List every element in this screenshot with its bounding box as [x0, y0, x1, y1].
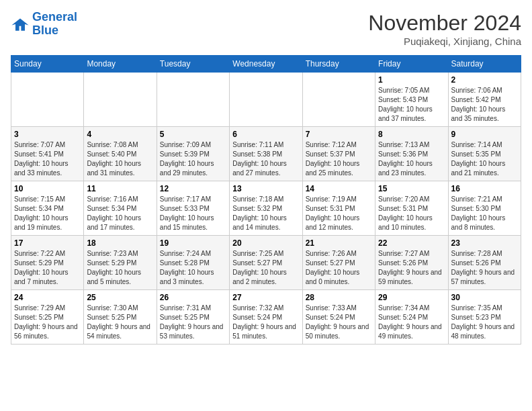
day-cell: 11Sunrise: 7:16 AMSunset: 5:34 PMDayligh…: [84, 181, 157, 236]
day-cell: 27Sunrise: 7:32 AMSunset: 5:24 PMDayligh…: [230, 290, 302, 345]
day-number: 7: [306, 130, 372, 139]
day-cell: 28Sunrise: 7:33 AMSunset: 5:24 PMDayligh…: [302, 290, 375, 345]
day-number: 15: [378, 184, 445, 193]
day-info: Sunrise: 7:24 AMSunset: 5:28 PMDaylight:…: [160, 249, 226, 287]
day-cell: 14Sunrise: 7:19 AMSunset: 5:31 PMDayligh…: [302, 181, 375, 236]
day-cell: 13Sunrise: 7:18 AMSunset: 5:32 PMDayligh…: [230, 181, 302, 236]
day-number: 22: [378, 238, 445, 248]
logo: General Blue: [11, 11, 77, 38]
day-number: 9: [451, 130, 518, 139]
day-info: Sunrise: 7:23 AMSunset: 5:29 PMDaylight:…: [87, 249, 153, 287]
day-info: Sunrise: 7:06 AMSunset: 5:42 PMDaylight:…: [451, 86, 518, 124]
day-cell: [230, 73, 302, 127]
day-cell: [302, 73, 375, 127]
day-number: 25: [87, 293, 153, 302]
week-row-1: 1Sunrise: 7:05 AMSunset: 5:43 PMDaylight…: [11, 73, 521, 127]
day-number: 2: [451, 75, 518, 85]
day-number: 10: [14, 184, 81, 193]
day-info: Sunrise: 7:18 AMSunset: 5:32 PMDaylight:…: [232, 195, 299, 232]
logo-text-line1: General: [32, 11, 77, 24]
header-cell-thursday: Thursday: [302, 56, 375, 73]
day-number: 5: [160, 130, 226, 139]
day-info: Sunrise: 7:35 AMSunset: 5:23 PMDaylight:…: [451, 304, 518, 341]
day-info: Sunrise: 7:08 AMSunset: 5:40 PMDaylight:…: [87, 140, 153, 178]
day-info: Sunrise: 7:13 AMSunset: 5:36 PMDaylight:…: [378, 140, 445, 178]
day-info: Sunrise: 7:12 AMSunset: 5:37 PMDaylight:…: [306, 140, 372, 178]
week-row-4: 17Sunrise: 7:22 AMSunset: 5:29 PMDayligh…: [11, 236, 521, 290]
month-title: November 2024: [368, 11, 521, 36]
logo-text-line2: Blue: [32, 24, 77, 38]
day-cell: 26Sunrise: 7:31 AMSunset: 5:25 PMDayligh…: [157, 290, 229, 345]
day-info: Sunrise: 7:33 AMSunset: 5:24 PMDaylight:…: [306, 304, 372, 341]
day-number: 23: [451, 238, 518, 248]
day-cell: 22Sunrise: 7:27 AMSunset: 5:26 PMDayligh…: [375, 236, 448, 290]
day-number: 21: [306, 238, 372, 248]
day-cell: 20Sunrise: 7:25 AMSunset: 5:27 PMDayligh…: [230, 236, 302, 290]
day-number: 11: [87, 184, 153, 193]
day-info: Sunrise: 7:32 AMSunset: 5:24 PMDaylight:…: [232, 304, 299, 341]
title-block: November 2024 Puqiakeqi, Xinjiang, China: [368, 11, 521, 47]
day-info: Sunrise: 7:28 AMSunset: 5:26 PMDaylight:…: [451, 249, 518, 287]
day-info: Sunrise: 7:26 AMSunset: 5:27 PMDaylight:…: [306, 249, 372, 287]
day-number: 26: [160, 293, 226, 302]
day-number: 29: [378, 293, 445, 302]
day-number: 1: [378, 75, 445, 85]
day-cell: 8Sunrise: 7:13 AMSunset: 5:36 PMDaylight…: [375, 127, 448, 181]
day-cell: 12Sunrise: 7:17 AMSunset: 5:33 PMDayligh…: [157, 181, 229, 236]
header-cell-friday: Friday: [375, 56, 448, 73]
day-cell: 17Sunrise: 7:22 AMSunset: 5:29 PMDayligh…: [11, 236, 84, 290]
day-cell: 29Sunrise: 7:34 AMSunset: 5:24 PMDayligh…: [375, 290, 448, 345]
day-cell: [84, 73, 157, 127]
logo-icon: [11, 15, 30, 34]
day-cell: 3Sunrise: 7:07 AMSunset: 5:41 PMDaylight…: [11, 127, 84, 181]
day-cell: 15Sunrise: 7:20 AMSunset: 5:31 PMDayligh…: [375, 181, 448, 236]
day-cell: 25Sunrise: 7:30 AMSunset: 5:25 PMDayligh…: [84, 290, 157, 345]
header-cell-saturday: Saturday: [448, 56, 521, 73]
day-cell: 5Sunrise: 7:09 AMSunset: 5:39 PMDaylight…: [157, 127, 229, 181]
day-cell: 23Sunrise: 7:28 AMSunset: 5:26 PMDayligh…: [448, 236, 521, 290]
day-cell: 21Sunrise: 7:26 AMSunset: 5:27 PMDayligh…: [302, 236, 375, 290]
day-cell: 24Sunrise: 7:29 AMSunset: 5:25 PMDayligh…: [11, 290, 84, 345]
day-info: Sunrise: 7:21 AMSunset: 5:30 PMDaylight:…: [451, 195, 518, 232]
week-row-5: 24Sunrise: 7:29 AMSunset: 5:25 PMDayligh…: [11, 290, 521, 345]
day-cell: 16Sunrise: 7:21 AMSunset: 5:30 PMDayligh…: [448, 181, 521, 236]
day-info: Sunrise: 7:14 AMSunset: 5:35 PMDaylight:…: [451, 140, 518, 178]
day-cell: 4Sunrise: 7:08 AMSunset: 5:40 PMDaylight…: [84, 127, 157, 181]
day-info: Sunrise: 7:17 AMSunset: 5:33 PMDaylight:…: [160, 195, 226, 232]
day-info: Sunrise: 7:29 AMSunset: 5:25 PMDaylight:…: [14, 304, 81, 341]
day-info: Sunrise: 7:15 AMSunset: 5:34 PMDaylight:…: [14, 195, 81, 232]
day-number: 30: [451, 293, 518, 302]
day-number: 20: [232, 238, 299, 248]
day-cell: 18Sunrise: 7:23 AMSunset: 5:29 PMDayligh…: [84, 236, 157, 290]
day-number: 4: [87, 130, 153, 139]
header-row: SundayMondayTuesdayWednesdayThursdayFrid…: [11, 56, 521, 73]
day-number: 19: [160, 238, 226, 248]
week-row-3: 10Sunrise: 7:15 AMSunset: 5:34 PMDayligh…: [11, 181, 521, 236]
day-info: Sunrise: 7:27 AMSunset: 5:26 PMDaylight:…: [378, 249, 445, 287]
day-info: Sunrise: 7:16 AMSunset: 5:34 PMDaylight:…: [87, 195, 153, 232]
day-info: Sunrise: 7:07 AMSunset: 5:41 PMDaylight:…: [14, 140, 81, 178]
week-row-2: 3Sunrise: 7:07 AMSunset: 5:41 PMDaylight…: [11, 127, 521, 181]
day-cell: 2Sunrise: 7:06 AMSunset: 5:42 PMDaylight…: [448, 73, 521, 127]
day-cell: 1Sunrise: 7:05 AMSunset: 5:43 PMDaylight…: [375, 73, 448, 127]
day-number: 3: [14, 130, 81, 139]
day-info: Sunrise: 7:22 AMSunset: 5:29 PMDaylight:…: [14, 249, 81, 287]
day-info: Sunrise: 7:31 AMSunset: 5:25 PMDaylight:…: [160, 304, 226, 341]
day-info: Sunrise: 7:09 AMSunset: 5:39 PMDaylight:…: [160, 140, 226, 178]
day-number: 8: [378, 130, 445, 139]
day-cell: 7Sunrise: 7:12 AMSunset: 5:37 PMDaylight…: [302, 127, 375, 181]
day-cell: 9Sunrise: 7:14 AMSunset: 5:35 PMDaylight…: [448, 127, 521, 181]
day-number: 18: [87, 238, 153, 248]
day-info: Sunrise: 7:05 AMSunset: 5:43 PMDaylight:…: [378, 86, 445, 124]
day-cell: [11, 73, 84, 127]
header-cell-sunday: Sunday: [11, 56, 84, 73]
day-info: Sunrise: 7:19 AMSunset: 5:31 PMDaylight:…: [306, 195, 372, 232]
day-cell: 6Sunrise: 7:11 AMSunset: 5:38 PMDaylight…: [230, 127, 302, 181]
day-cell: [157, 73, 229, 127]
calendar-table: SundayMondayTuesdayWednesdayThursdayFrid…: [11, 55, 521, 345]
location: Puqiakeqi, Xinjiang, China: [368, 36, 521, 47]
day-number: 24: [14, 293, 81, 302]
day-cell: 19Sunrise: 7:24 AMSunset: 5:28 PMDayligh…: [157, 236, 229, 290]
day-info: Sunrise: 7:11 AMSunset: 5:38 PMDaylight:…: [232, 140, 299, 178]
day-info: Sunrise: 7:25 AMSunset: 5:27 PMDaylight:…: [232, 249, 299, 287]
